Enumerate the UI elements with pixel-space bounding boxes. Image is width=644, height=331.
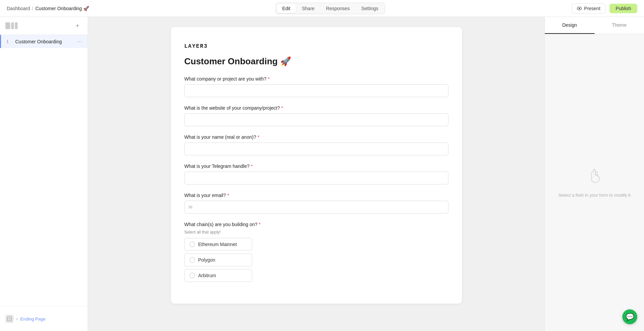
required-star: * <box>268 76 269 82</box>
main-layout: + 1 Customer Onboarding ⋯ › Ending Page <box>0 17 644 331</box>
option-label-arbitrum: Arbitrum <box>198 273 216 278</box>
sidebar-page-item[interactable]: 1 Customer Onboarding ⋯ <box>0 35 88 48</box>
tab-design[interactable]: Design <box>545 17 595 34</box>
top-nav: Dashboard / Customer Onboarding 🚀 Edit S… <box>0 0 644 17</box>
field-email: What is your email? * ✉ <box>184 193 448 214</box>
option-arbitrum[interactable]: Arbitrum <box>184 269 252 282</box>
ending-page-row[interactable]: › Ending Page <box>5 312 82 326</box>
required-star-chains: * <box>259 222 261 227</box>
breadcrumb: Dashboard / Customer Onboarding 🚀 <box>7 6 89 11</box>
right-panel-tabs: Design Theme <box>545 17 644 34</box>
nav-tabs: Edit Share Responses Settings <box>275 3 385 14</box>
radio-polygon <box>190 257 195 263</box>
form-title: Customer Onboarding 🚀 <box>184 56 448 67</box>
input-company[interactable] <box>184 84 448 97</box>
input-email[interactable] <box>184 201 448 214</box>
ending-page-icon <box>5 315 14 323</box>
left-sidebar: + 1 Customer Onboarding ⋯ › Ending Page <box>0 17 88 331</box>
sidebar-top: + <box>0 17 88 35</box>
required-star-telegram: * <box>251 163 252 169</box>
eye-icon <box>577 6 582 11</box>
tab-share[interactable]: Share <box>296 4 320 13</box>
tab-responses[interactable]: Responses <box>320 4 355 13</box>
option-label-ethereum: Ethereum Mainnet <box>198 242 237 247</box>
nav-right: Present Publish <box>572 3 637 14</box>
publish-button[interactable]: Publish <box>609 4 637 13</box>
required-star-email: * <box>227 193 229 198</box>
option-polygon[interactable]: Polygon <box>184 253 252 266</box>
present-button[interactable]: Present <box>572 3 605 14</box>
field-telegram: What is your Telegram handle? * <box>184 163 448 184</box>
field-company: What company or project are you with? * <box>184 76 448 97</box>
field-website: What is the website of your company/proj… <box>184 105 448 126</box>
form-container: LAYER3 Customer Onboarding 🚀 What compan… <box>171 27 462 304</box>
page-label: Customer Onboarding <box>15 39 73 44</box>
option-label-polygon: Polygon <box>198 257 216 263</box>
right-panel-hint: Select a field in your form to modify it <box>558 193 630 198</box>
required-star-name: * <box>258 134 259 140</box>
form-logo: LAYER3 <box>184 41 448 56</box>
input-website[interactable] <box>184 113 448 126</box>
right-panel-body: Select a field in your form to modify it <box>545 34 644 331</box>
field-label-name: What is your name (real or anon)? * <box>184 134 448 140</box>
tab-theme[interactable]: Theme <box>595 17 644 34</box>
field-name: What is your name (real or anon)? * <box>184 134 448 155</box>
chat-button[interactable]: 💬 <box>622 309 637 324</box>
main-canvas: LAYER3 Customer Onboarding 🚀 What compan… <box>88 17 545 331</box>
radio-arbitrum <box>190 273 195 278</box>
title-emoji: 🚀 <box>280 56 291 67</box>
right-panel: Design Theme Select a field in your form… <box>545 17 644 331</box>
required-star-website: * <box>281 105 283 111</box>
field-label-company: What company or project are you with? * <box>184 76 448 82</box>
pointer-hand-icon <box>586 168 603 187</box>
checkbox-group-chains: Ethereum Mainnet Polygon Arbitrum <box>184 238 448 282</box>
email-input-wrap: ✉ <box>184 201 448 214</box>
field-label-website: What is the website of your company/proj… <box>184 105 448 111</box>
pages-icon <box>5 22 18 29</box>
breadcrumb-current[interactable]: Customer Onboarding 🚀 <box>35 6 89 11</box>
field-label-chains: What chain(s) are you building on? * <box>184 222 448 227</box>
ending-page-label: Ending Page <box>20 316 45 322</box>
breadcrumb-separator: / <box>32 6 34 11</box>
page-number: 1 <box>6 39 12 44</box>
add-page-button[interactable]: + <box>73 21 82 30</box>
checkbox-hint: Select all that apply! <box>184 230 448 235</box>
breadcrumb-root[interactable]: Dashboard <box>7 6 30 11</box>
ending-page-arrow: › <box>16 316 18 321</box>
option-ethereum[interactable]: Ethereum Mainnet <box>184 238 252 251</box>
tab-edit[interactable]: Edit <box>277 4 296 13</box>
field-label-email: What is your email? * <box>184 193 448 198</box>
chat-icon: 💬 <box>626 313 634 321</box>
field-chains: What chain(s) are you building on? * Sel… <box>184 222 448 282</box>
sidebar-bottom: › Ending Page <box>0 306 88 331</box>
svg-point-1 <box>579 8 580 9</box>
page-menu-icon[interactable]: ⋯ <box>77 38 82 45</box>
tab-settings[interactable]: Settings <box>356 4 384 13</box>
input-name[interactable] <box>184 142 448 155</box>
radio-ethereum <box>190 242 195 247</box>
input-telegram[interactable] <box>184 172 448 184</box>
email-icon: ✉ <box>188 204 193 210</box>
field-label-telegram: What is your Telegram handle? * <box>184 163 448 169</box>
